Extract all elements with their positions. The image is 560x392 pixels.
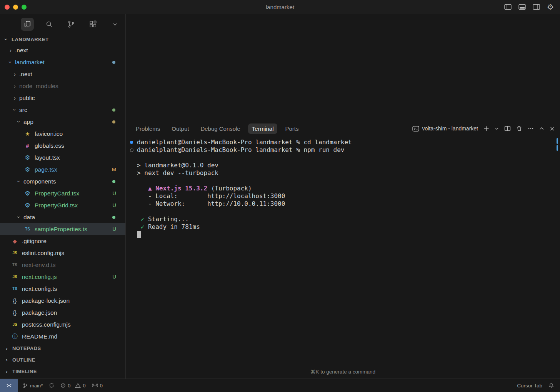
chevron-collapsed-icon[interactable]: ›	[12, 95, 18, 101]
editor-area[interactable]	[126, 14, 560, 121]
explorer-item-postcss.config.mjs[interactable]: JSpostcss.config.mjs	[0, 319, 125, 330]
explorer-section-timeline[interactable]: ›TIMELINE	[0, 365, 125, 377]
git-status-badge: U	[112, 190, 116, 196]
status-bar: main* 0 0 0	[0, 379, 560, 392]
cursor-tab-label[interactable]: Cursor Tab	[517, 383, 542, 389]
terminal-line: > landmarket@0.1.0 dev	[126, 162, 560, 169]
explorer-item-components[interactable]: ›components	[0, 175, 125, 187]
terminal-text: ✓ Ready in 781ms	[137, 223, 200, 231]
chevron-collapsed-icon: ›	[4, 357, 10, 363]
section-label: TIMELINE	[12, 369, 37, 374]
terminal-gutter	[126, 200, 137, 208]
explorer-item-node_modules[interactable]: ›node_modules	[0, 80, 125, 92]
explorer-item-src[interactable]: ›src	[0, 104, 125, 116]
explorer-item-layout.tsx[interactable]: ⚙layout.tsx	[0, 152, 125, 163]
section-label: NOTEPADS	[12, 345, 41, 351]
chevron-expanded-icon[interactable]: ›	[12, 107, 18, 113]
react-gear-icon: ⚙	[24, 190, 31, 197]
chevron-expanded-icon[interactable]: ›	[16, 119, 22, 125]
explorer-item-.next[interactable]: ›.next	[0, 44, 125, 56]
explorer-item-sampleProperties.ts[interactable]: TSsampleProperties.tsU	[0, 223, 125, 235]
extensions-icon[interactable]	[87, 18, 100, 31]
terminal-selector[interactable]: volta-shim - landmarket	[412, 125, 478, 132]
settings-gear-icon[interactable]: ⚙	[547, 3, 554, 11]
typescript-icon: TS	[11, 287, 18, 291]
explorer-item-public[interactable]: ›public	[0, 92, 125, 104]
kill-terminal-icon[interactable]	[516, 125, 522, 132]
terminal-gutter	[126, 231, 137, 239]
git-status-dot	[112, 120, 115, 123]
chevron-collapsed-icon[interactable]: ›	[8, 47, 13, 53]
chevron-down-icon[interactable]	[108, 18, 122, 31]
panel-tab-debug-console[interactable]: Debug Console	[197, 123, 244, 134]
ports-indicator[interactable]: 0	[92, 383, 103, 389]
terminal-gutter	[126, 162, 137, 169]
bell-icon[interactable]	[548, 383, 554, 389]
explorer-item-globals.css[interactable]: #globals.css	[0, 140, 125, 152]
terminal-output[interactable]: danielplant@Daniels-MacBook-Pro landmark…	[126, 136, 560, 379]
star-icon: ★	[24, 131, 31, 137]
panel-tab-ports[interactable]: Ports	[281, 123, 302, 134]
explorer-item-package.json[interactable]: {}package.json	[0, 307, 125, 319]
terminal-gutter	[126, 154, 137, 162]
layout-sidebar-right-icon[interactable]	[533, 4, 540, 10]
explorer-item-.next[interactable]: ›.next	[0, 68, 125, 80]
explorer-tree: ›.next›landmarket›.next›node_modules›pub…	[0, 44, 125, 342]
layout-panel-icon[interactable]	[518, 4, 526, 10]
explorer-item-eslint.config.mjs[interactable]: JSeslint.config.mjs	[0, 247, 125, 259]
explorer-item-PropertyGrid.tsx[interactable]: ⚙PropertyGrid.tsxU	[0, 199, 125, 211]
terminal-dropdown-icon[interactable]	[495, 127, 499, 131]
sync-button[interactable]	[49, 383, 54, 388]
explorer-item-page.tsx[interactable]: ⚙page.tsxM	[0, 163, 125, 175]
minimize-button[interactable]	[13, 5, 18, 10]
explorer-item-label: .gitignore	[22, 238, 47, 245]
split-terminal-icon[interactable]	[504, 125, 511, 132]
explorer-item-landmarket[interactable]: ›landmarket	[0, 56, 125, 68]
explorer-item-next.config.ts[interactable]: TSnext.config.ts	[0, 283, 125, 295]
chevron-expanded-icon[interactable]: ›	[7, 59, 14, 65]
explorer-item-next-env.d.ts[interactable]: TSnext-env.d.ts	[0, 259, 125, 271]
explorer-item-favicon.ico[interactable]: ★favicon.ico	[0, 128, 125, 140]
json-braces-icon: {}	[11, 310, 18, 316]
problems-indicator[interactable]: 0 0	[60, 383, 85, 389]
new-terminal-icon[interactable]	[483, 126, 489, 132]
explorer-section-notepads[interactable]: ›NOTEPADS	[0, 342, 125, 354]
panel-tabs: ProblemsOutputDebug ConsoleTerminalPorts	[132, 123, 303, 134]
react-gear-icon: ⚙	[24, 202, 31, 209]
terminal-line: ✓ Starting...	[126, 215, 560, 223]
sidebar: › LANDMARKET ›.next›landmarket›.next›nod…	[0, 14, 126, 379]
explorer-item-label: public	[19, 95, 35, 102]
search-icon[interactable]	[43, 18, 56, 31]
chevron-expanded-icon[interactable]: ›	[16, 214, 22, 220]
explorer-item-label: package.json	[22, 309, 57, 316]
layout-sidebar-left-icon[interactable]	[504, 4, 512, 10]
zoom-button[interactable]	[22, 5, 27, 10]
more-actions-icon[interactable]	[528, 125, 534, 132]
remote-indicator[interactable]	[0, 379, 18, 392]
explorer-item-data[interactable]: ›data	[0, 211, 125, 223]
explorer-item-README.md[interactable]: ⓘREADME.md	[0, 330, 125, 342]
explorer-item-next.config.js[interactable]: JSnext.config.jsU	[0, 271, 125, 283]
explorer-files-icon[interactable]	[21, 18, 34, 31]
panel-tab-problems[interactable]: Problems	[132, 123, 164, 134]
explorer-item-PropertyCard.tsx[interactable]: ⚙PropertyCard.tsxU	[0, 187, 125, 199]
explorer-item-app[interactable]: ›app	[0, 116, 125, 128]
close-button[interactable]	[5, 5, 10, 10]
explorer-item-package-lock.json[interactable]: {}package-lock.json	[0, 295, 125, 307]
chevron-collapsed-icon[interactable]: ›	[12, 71, 18, 77]
branch-indicator[interactable]: main*	[23, 383, 43, 389]
git-status-dot	[112, 61, 115, 64]
explorer-item-.gitignore[interactable]: ◆.gitignore	[0, 235, 125, 247]
explorer-item-label: PropertyCard.tsx	[35, 190, 79, 197]
source-control-icon[interactable]	[65, 18, 78, 31]
explorer-item-label: .next	[19, 71, 32, 78]
explorer-root-header[interactable]: › LANDMARKET	[0, 34, 125, 44]
maximize-panel-icon[interactable]	[539, 126, 544, 131]
window-title: landmarket	[0, 4, 560, 10]
panel-tab-terminal[interactable]: Terminal	[248, 123, 278, 134]
chevron-expanded-icon[interactable]: ›	[16, 178, 22, 184]
close-panel-icon[interactable]	[550, 126, 555, 131]
explorer-section-outline[interactable]: ›OUTLINE	[0, 354, 125, 365]
panel-tab-output[interactable]: Output	[168, 123, 193, 134]
chevron-collapsed-icon[interactable]: ›	[12, 83, 18, 89]
